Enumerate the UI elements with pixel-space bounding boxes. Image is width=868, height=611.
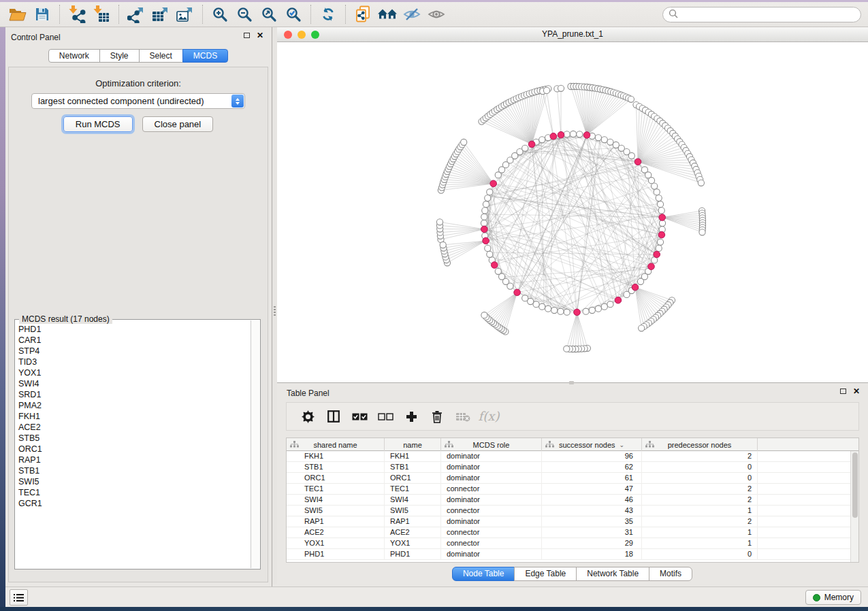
table-cell[interactable]: 29 [542,538,642,549]
table-cell[interactable]: connector [441,506,542,516]
dominator-node[interactable] [658,231,665,238]
close-panel-icon[interactable]: ✕ [257,32,263,39]
split-view-icon[interactable] [321,405,347,428]
table-cell[interactable]: 2 [642,451,758,462]
dominator-node[interactable] [492,262,498,269]
table-cell[interactable]: FKH1 [385,451,441,462]
dominator-node[interactable] [483,237,489,244]
run-mcds-button[interactable]: Run MCDS [63,116,133,132]
refresh-icon[interactable] [316,3,340,25]
table-row[interactable]: YOX1YOX1connector291 [287,538,850,549]
open-file-icon[interactable] [5,3,30,25]
table-cell[interactable]: TEC1 [385,484,441,495]
table-cell[interactable]: 47 [542,484,642,495]
export-image-icon[interactable] [173,3,197,25]
tab-network[interactable]: Network [48,49,100,63]
result-item[interactable]: TID3 [18,357,251,367]
table-cell[interactable]: SWI5 [287,506,385,516]
table-cell[interactable]: SWI4 [385,495,441,506]
zoom-out-icon[interactable] [232,3,257,25]
dominator-node[interactable] [481,226,488,233]
table-cell[interactable]: connector [441,538,542,549]
close-table-panel-icon[interactable]: ✕ [853,388,860,395]
column-header-name[interactable]: name [385,438,441,451]
select-unchecked-icon[interactable] [372,405,398,428]
result-scrollbar[interactable] [251,320,259,568]
table-cell[interactable]: RAP1 [385,516,441,527]
table-cell[interactable]: 1 [642,506,758,516]
dominator-node[interactable] [659,214,666,221]
table-row[interactable]: FKH1FKH1dominator962 [287,451,850,462]
result-item[interactable]: YOX1 [18,367,251,378]
add-column-icon[interactable] [398,405,424,428]
show-all-icon[interactable] [424,3,449,25]
table-row[interactable]: SWI4SWI4dominator462 [287,495,850,506]
table-cell[interactable]: 2 [642,516,758,527]
tab-edge-table[interactable]: Edge Table [514,567,577,581]
table-cell[interactable]: SWI4 [287,495,385,506]
result-item[interactable]: PHD1 [18,324,251,335]
table-cell[interactable]: YOX1 [287,538,385,549]
table-scrollbar[interactable] [850,451,858,562]
table-cell[interactable]: 0 [642,549,758,560]
result-item[interactable]: SWI4 [18,378,251,389]
table-cell[interactable]: 1 [642,538,758,549]
dominator-node[interactable] [490,180,497,187]
table-cell[interactable]: ORC1 [385,473,441,484]
table-cell[interactable]: 43 [542,506,642,516]
tab-network-table[interactable]: Network Table [576,567,649,581]
column-header-predecessor-nodes[interactable]: predecessor nodes [642,438,758,451]
result-item[interactable]: CAR1 [18,335,251,346]
float-table-panel-icon[interactable] [840,389,846,394]
table-cell[interactable]: SWI5 [385,506,441,516]
table-cell[interactable]: ACE2 [287,527,385,538]
result-item[interactable]: STB1 [18,465,251,476]
table-cell[interactable]: PHD1 [385,549,441,560]
network-canvas[interactable] [277,42,868,382]
table-cell[interactable]: ACE2 [385,527,441,538]
dominator-node[interactable] [615,297,622,303]
dominator-node[interactable] [558,131,564,138]
result-item[interactable]: STB5 [18,433,251,444]
table-cell[interactable]: connector [441,484,542,495]
table-row[interactable]: PHD1PHD1dominator180 [287,549,850,560]
tab-motifs[interactable]: Motifs [649,567,692,581]
search-input[interactable] [681,8,861,20]
dominator-node[interactable] [514,289,521,296]
first-neighbors-icon[interactable] [375,3,400,25]
import-table-icon[interactable] [89,3,114,25]
table-cell[interactable]: ORC1 [287,473,385,484]
table-row[interactable]: ACE2ACE2connector311 [287,527,850,538]
delete-column-icon[interactable] [424,405,450,428]
table-cell[interactable]: dominator [441,549,542,560]
network-graph[interactable] [277,42,867,381]
table-cell[interactable]: 0 [642,473,758,484]
dominator-node[interactable] [634,159,641,165]
table-scrollbar-thumb[interactable] [852,452,858,518]
table-cell[interactable]: dominator [441,495,542,506]
result-item[interactable]: ACE2 [18,422,251,433]
settings-icon[interactable] [295,405,321,428]
table-cell[interactable]: 61 [542,473,642,484]
result-item[interactable]: GCR1 [18,498,251,509]
close-panel-button[interactable]: Close panel [142,116,214,132]
table-cell[interactable]: 46 [542,495,642,506]
result-item[interactable]: TEC1 [18,487,251,498]
column-header-MCDS-role[interactable]: MCDS role [441,438,542,451]
table-cell[interactable]: 31 [542,527,642,538]
table-cell[interactable]: 2 [642,484,758,495]
table-row[interactable]: RAP1RAP1dominator352 [287,516,850,527]
import-network-icon[interactable] [65,3,89,25]
dominator-node[interactable] [583,132,590,139]
table-cell[interactable]: 1 [642,527,758,538]
tab-select[interactable]: Select [139,49,183,63]
export-network-icon[interactable] [124,3,148,25]
vertical-splitter[interactable] [272,27,277,584]
window-zoom-icon[interactable] [311,31,319,39]
dominator-node[interactable] [550,133,557,140]
table-row[interactable]: ORC1ORC1dominator610 [287,473,850,484]
table-cell[interactable]: dominator [441,516,542,527]
task-history-button[interactable] [10,589,28,606]
table-cell[interactable]: PHD1 [287,549,385,560]
save-session-icon[interactable] [30,3,54,25]
